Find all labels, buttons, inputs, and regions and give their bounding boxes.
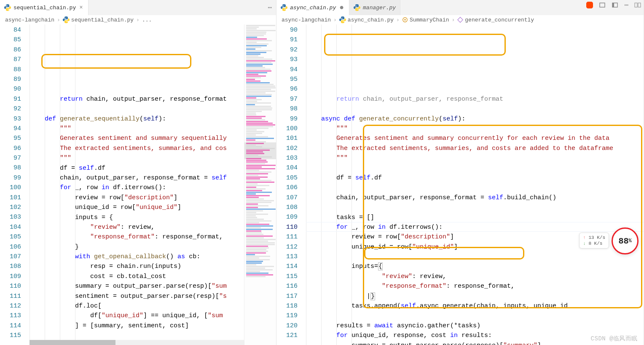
breadcrumbs-left[interactable]: async-langchain › sequential_chain.py › … <box>0 15 276 24</box>
sidebar-icon[interactable] <box>612 2 618 8</box>
method-icon <box>457 17 463 23</box>
tab-label: sequential_chain.py <box>13 5 76 11</box>
editor-left[interactable]: 8485868788899091929394959697989910010110… <box>0 24 276 345</box>
tab-async-chain[interactable]: async_chain.py ● <box>276 0 349 15</box>
svg-rect-2 <box>600 3 605 7</box>
breadcrumb-file[interactable]: sequential_chain.py <box>63 16 134 23</box>
tab-manager[interactable]: manager.py <box>349 0 400 15</box>
minimap-left[interactable] <box>244 24 276 345</box>
chevron-right-icon: › <box>136 17 140 23</box>
breadcrumb-class[interactable]: SummaryChain <box>402 17 449 23</box>
split-icon[interactable] <box>634 2 641 8</box>
editor-pane-left: sequential_chain.py × ⋯ async-langchain … <box>0 0 276 345</box>
code-right[interactable]: return chain, output_parser, response_fo… <box>306 24 644 345</box>
chevron-right-icon: › <box>396 17 400 23</box>
breadcrumb-more[interactable]: ... <box>142 17 152 23</box>
breadcrumb-method[interactable]: generate_concurrently <box>457 17 534 23</box>
editor-pane-right: async_chain.py ● manager.py ⋯ async-lang… <box>276 0 644 345</box>
chevron-right-icon: › <box>452 17 455 23</box>
line-gutter-left: 8485868788899091929394959697989910010110… <box>0 24 30 345</box>
python-icon <box>339 16 346 23</box>
tab-sequential-chain[interactable]: sequential_chain.py × <box>0 0 89 15</box>
download-speed: 8 K/s <box>583 241 605 246</box>
upload-speed: 13 K/s <box>583 235 605 241</box>
code-left[interactable]: return chain, output_parser, response_fo… <box>30 24 276 345</box>
tab-label: manager.py <box>363 5 396 11</box>
svg-rect-4 <box>612 3 614 7</box>
tab-close-icon[interactable]: × <box>78 4 83 11</box>
python-icon <box>354 4 360 11</box>
current-line-highlight <box>306 222 644 232</box>
chevron-right-icon: › <box>57 17 60 23</box>
svg-point-1 <box>8 10 9 11</box>
watermark-text: CSDN @临风而眠 <box>591 335 638 342</box>
breadcrumb-folder[interactable]: async-langchain <box>282 17 331 23</box>
tab-modified-icon[interactable]: ● <box>338 3 345 12</box>
breadcrumb-file[interactable]: async_chain.py <box>339 16 394 23</box>
badge-value: 88 <box>618 236 628 246</box>
scrollbar-thumb[interactable] <box>30 340 115 345</box>
tab-bar-right: async_chain.py ● manager.py ⋯ <box>276 0 644 15</box>
chevron-right-icon: › <box>333 17 337 23</box>
breadcrumbs-right[interactable]: async-langchain › async_chain.py › Summa… <box>276 15 644 24</box>
svg-point-8 <box>404 19 406 21</box>
svg-rect-5 <box>635 3 637 7</box>
editor-right[interactable]: 9091929394959697989910010110210310410510… <box>276 24 644 345</box>
horizontal-scrollbar[interactable] <box>30 340 244 345</box>
python-icon <box>63 16 70 23</box>
tab-bar-left: sequential_chain.py × ⋯ <box>0 0 276 15</box>
rect-icon[interactable] <box>599 2 606 8</box>
python-icon <box>4 4 11 11</box>
network-speed-badge: 13 K/s 8 K/s <box>579 233 609 249</box>
python-icon <box>281 4 287 11</box>
app-icon <box>586 2 593 8</box>
tab-actions-left: ⋯ <box>268 0 276 15</box>
breadcrumb-folder[interactable]: async-langchain <box>5 17 54 23</box>
line-gutter-right: 9091929394959697989910010110210310410510… <box>276 24 306 345</box>
class-icon <box>402 17 408 23</box>
svg-rect-9 <box>458 17 463 22</box>
circular-progress-badge: 88% <box>612 227 639 254</box>
more-actions-icon[interactable]: ⋯ <box>268 3 272 12</box>
tab-label: async_chain.py <box>290 5 336 11</box>
svg-rect-6 <box>638 3 641 7</box>
more-actions-icon[interactable]: ⋯ <box>624 1 628 9</box>
title-bar-icons: ⋯ <box>586 1 641 9</box>
badge-percent: % <box>628 238 631 244</box>
svg-point-0 <box>6 5 7 5</box>
